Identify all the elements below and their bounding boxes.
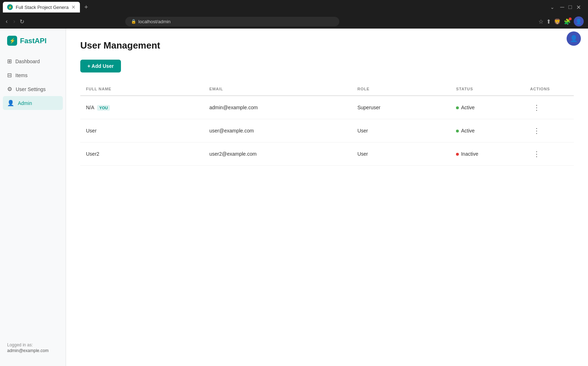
sidebar-item-items[interactable]: ⊟ Items [0, 68, 66, 82]
actions-menu-button[interactable]: ⋮ [530, 125, 543, 136]
settings-icon: ⚙ [7, 86, 12, 92]
col-header-full-name: FULL NAME [80, 82, 204, 96]
tab-favicon [7, 4, 13, 10]
window-controls: ─ □ ✕ [556, 4, 585, 11]
nav-bar: ‹ › ↻ 🔒 localhost/admin ☆ ⬆ 🦁 🧩 👤 [0, 14, 588, 29]
sidebar-item-user-settings[interactable]: ⚙ User Settings [0, 82, 66, 96]
table-row: User2user2@example.comUserInactive⋮ [80, 142, 574, 166]
tab-close-button[interactable]: ✕ [71, 4, 76, 10]
browser-chrome: Full Stack Project Genera ✕ + ⌄ ─ □ ✕ ‹ … [0, 0, 588, 29]
cell-role-0: Superuser [352, 96, 451, 119]
sidebar-footer: Logged in as: admin@example.com [0, 337, 66, 359]
status-dot [456, 106, 459, 109]
logged-in-email: admin@example.com [7, 348, 59, 353]
cell-actions-0: ⋮ [524, 96, 574, 119]
bookmark-button[interactable]: ☆ [538, 18, 543, 25]
col-header-actions: ACTIONS [524, 82, 574, 96]
sidebar: ⚡ FastAPI ⊞ Dashboard ⊟ Items ⚙ User Set… [0, 29, 66, 366]
actions-menu-button[interactable]: ⋮ [530, 102, 543, 113]
cell-role-1: User [352, 119, 451, 142]
chrome-user-avatar[interactable]: 👤 [574, 16, 584, 26]
cell-status-0: Active [450, 96, 524, 119]
close-button[interactable]: ✕ [576, 4, 581, 11]
add-user-button[interactable]: + Add User [80, 60, 121, 72]
top-right-avatar[interactable]: 👤 [567, 31, 581, 46]
col-header-email: EMAIL [204, 82, 352, 96]
status-dot [456, 153, 459, 156]
main-content: 👤 User Management + Add User FULL NAME E… [66, 29, 588, 366]
items-icon: ⊟ [7, 72, 12, 79]
notification-badge [569, 17, 572, 20]
table-body: N/AYOUadmin@example.comSuperuserActive⋮U… [80, 96, 574, 166]
restore-button[interactable]: □ [568, 4, 572, 10]
sidebar-item-dashboard[interactable]: ⊞ Dashboard [0, 54, 66, 68]
cell-actions-2: ⋮ [524, 142, 574, 166]
app-container: ⚡ FastAPI ⊞ Dashboard ⊟ Items ⚙ User Set… [0, 29, 588, 366]
actions-menu-button[interactable]: ⋮ [530, 148, 543, 160]
active-tab[interactable]: Full Stack Project Genera ✕ [3, 2, 80, 12]
cell-name-1: User [80, 119, 204, 142]
table-row: N/AYOUadmin@example.comSuperuserActive⋮ [80, 96, 574, 119]
address-bar[interactable]: 🔒 localhost/admin [125, 17, 339, 26]
logo: ⚡ FastAPI [0, 36, 66, 54]
cell-status-1: Active [450, 119, 524, 142]
table-header: FULL NAME EMAIL ROLE STATUS ACTIONS [80, 82, 574, 96]
lock-icon: 🔒 [131, 19, 136, 24]
logo-icon: ⚡ [7, 36, 17, 46]
dashboard-icon: ⊞ [7, 58, 12, 65]
url-text: localhost/admin [138, 19, 171, 24]
share-button[interactable]: ⬆ [546, 18, 551, 25]
tab-title: Full Stack Project Genera [16, 5, 69, 10]
cell-actions-1: ⋮ [524, 119, 574, 142]
page-title: User Management [80, 40, 574, 51]
cell-status-2: Inactive [450, 142, 524, 166]
sidebar-item-label-user-settings: User Settings [16, 86, 46, 92]
cell-email-0: admin@example.com [204, 96, 352, 119]
extension-button[interactable]: 🧩 [564, 18, 571, 25]
table-row: Useruser@example.comUserActive⋮ [80, 119, 574, 142]
sidebar-item-admin[interactable]: 👤 Admin [3, 96, 63, 110]
admin-icon: 👤 [7, 100, 14, 106]
cell-name-2: User2 [80, 142, 204, 166]
logged-in-label: Logged in as: [7, 342, 59, 347]
sidebar-item-label-dashboard: Dashboard [15, 59, 40, 64]
col-header-status: STATUS [450, 82, 524, 96]
tab-list-button[interactable]: ⌄ [550, 4, 554, 10]
sidebar-item-label-items: Items [15, 72, 27, 78]
back-button[interactable]: ‹ [4, 17, 9, 26]
you-badge: YOU [97, 105, 110, 111]
brave-icon[interactable]: 🦁 [554, 18, 561, 25]
col-header-role: ROLE [352, 82, 451, 96]
cell-name-0: N/AYOU [80, 96, 204, 119]
cell-email-1: user@example.com [204, 119, 352, 142]
new-tab-button[interactable]: + [81, 2, 91, 12]
cell-email-2: user2@example.com [204, 142, 352, 166]
cell-role-2: User [352, 142, 451, 166]
nav-actions: ☆ ⬆ 🦁 🧩 👤 [538, 16, 584, 26]
table-header-row: FULL NAME EMAIL ROLE STATUS ACTIONS [80, 82, 574, 96]
forward-button[interactable]: › [12, 17, 16, 26]
sidebar-nav: ⊞ Dashboard ⊟ Items ⚙ User Settings 👤 Ad… [0, 54, 66, 110]
user-table: FULL NAME EMAIL ROLE STATUS ACTIONS N/AY… [80, 82, 574, 166]
minimize-button[interactable]: ─ [560, 4, 564, 10]
tab-bar: Full Stack Project Genera ✕ + ⌄ ─ □ ✕ [0, 0, 588, 14]
reload-button[interactable]: ↻ [20, 18, 24, 25]
sidebar-item-label-admin: Admin [18, 100, 32, 106]
logo-text: FastAPI [20, 37, 46, 45]
status-dot [456, 130, 459, 132]
